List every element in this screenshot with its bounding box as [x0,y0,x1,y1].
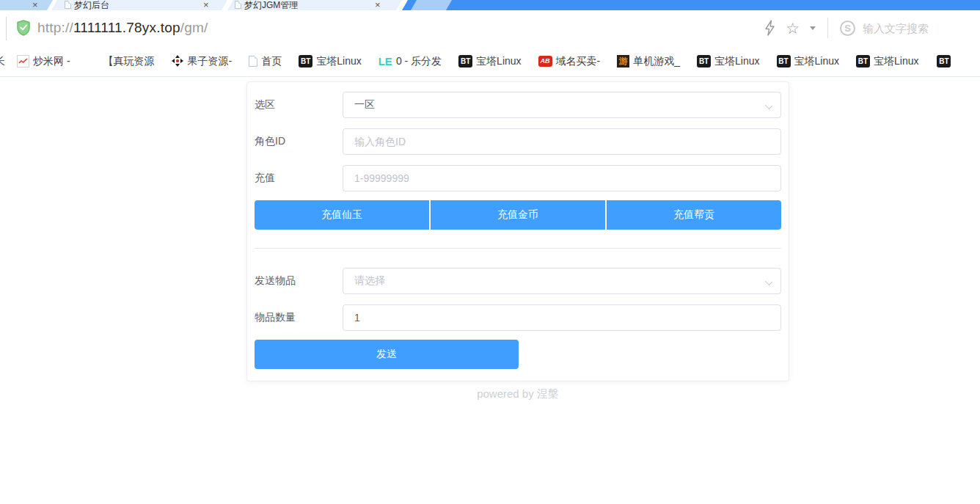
zone-label: 选区 [255,98,343,112]
close-icon[interactable]: × [375,0,381,10]
bt-panel-icon: BT [697,55,711,67]
send-item-select[interactable]: 请选择 [343,268,781,294]
new-tab-button[interactable] [411,0,452,10]
powered-by-text: powered by 涅槃 [246,387,789,401]
send-button[interactable]: 发送 [255,340,519,369]
dpad-icon [172,55,184,67]
chart-line-icon [17,55,29,67]
close-icon[interactable]: × [32,0,38,10]
lightning-icon[interactable] [764,20,775,36]
bookmark-item[interactable]: 【真玩资源 [87,55,155,67]
recharge-button-group: 充值仙玉 充值金币 充值帮贡 [255,200,781,230]
gm-form-card: 选区 一区 角色ID 充值 充值仙玉 充值金币 充值帮贡 发送物品 请选择 [246,81,789,381]
recharge-gold-button[interactable]: 充值金币 [431,200,605,230]
section-divider [255,248,781,249]
send-item-label: 发送物品 [255,274,343,288]
zone-select-value: 一区 [354,98,375,112]
bookmark-item[interactable]: BT 宝塔Linux [299,55,361,67]
game-icon: 游 [617,55,629,67]
address-bar[interactable]: http://1111111.78yx.top/gm/ ☆ S [0,10,980,45]
mosaic-icon [87,55,100,67]
bookmark-item[interactable]: AB 域名买卖- [538,55,601,67]
favorite-star-icon[interactable]: ☆ [786,21,800,36]
bookmark-item[interactable]: BT 宝塔Linux [856,55,918,67]
chevron-down-icon[interactable] [810,26,816,30]
bt-panel-icon: BT [856,55,870,67]
page-content: 选区 一区 角色ID 充值 充值仙玉 充值金币 充值帮贡 发送物品 请选择 [0,77,980,504]
tab-strip-right [402,0,980,10]
chevron-down-icon [766,278,772,285]
bookmarks-bar: 长 炒米网 - 【真玩资源 果子资源- 首页 BT 宝塔Linux LE 0 -… [0,45,980,77]
url-path: /gm/ [180,20,208,35]
chevron-down-icon [766,102,772,109]
security-shield-icon[interactable] [16,20,31,36]
bookmark-item[interactable]: BT 宝塔Linux [777,55,839,67]
recharge-banggong-button[interactable]: 充值帮贡 [607,200,781,230]
le-icon: LE [379,55,392,67]
bt-panel-icon: BT [458,55,472,67]
bookmark-item[interactable]: LE 0 - 乐分发 [379,55,442,67]
bt-panel-icon: BT [299,55,312,67]
page-icon [65,1,71,9]
search-input[interactable] [863,22,980,34]
bookmark-item[interactable]: BT 宝塔Linux [697,55,759,67]
recharge-label: 充值 [255,172,343,185]
tab-partial[interactable] [0,0,53,10]
divider [6,17,7,40]
item-quantity-label: 物品数量 [255,311,343,324]
url-domain: 1111111.78yx.top [73,20,180,35]
bookmark-item[interactable]: 长 [0,55,5,67]
tab-title[interactable]: 梦幻JGM管理 [244,0,298,10]
url-text[interactable]: http://1111111.78yx.top/gm/ [37,20,208,36]
divider [827,18,828,38]
bookmark-item[interactable]: 首页 [249,55,282,67]
recharge-xianyu-button[interactable]: 充值仙玉 [255,200,429,230]
role-id-label: 角色ID [255,135,343,148]
bookmark-item[interactable]: 果子资源- [172,55,233,67]
tab-strip: × 梦幻后台 × 梦幻JGM管理 × [0,0,980,10]
role-id-input[interactable] [343,128,781,155]
recharge-amount-input[interactable] [343,165,781,191]
bookmark-item[interactable]: 炒米网 - [17,55,70,67]
bookmark-item[interactable]: BT 宝塔Linux [458,55,521,67]
item-quantity-input[interactable] [343,304,781,331]
bt-panel-icon: BT [937,55,951,67]
send-item-placeholder: 请选择 [354,274,385,288]
bookmark-item[interactable]: 游 单机游戏_ [617,55,680,67]
bt-panel-icon: BT [777,55,791,67]
url-scheme: http:// [37,20,73,35]
zone-select[interactable]: 一区 [343,92,781,118]
close-icon[interactable]: × [203,0,209,10]
bookmark-item[interactable]: BT [937,55,951,67]
search-engine-icon: S [840,21,855,36]
tab-title[interactable]: 梦幻后台 [74,0,109,10]
domain-market-icon: AB [538,56,552,67]
page-icon [235,1,241,9]
page-icon [249,56,257,67]
